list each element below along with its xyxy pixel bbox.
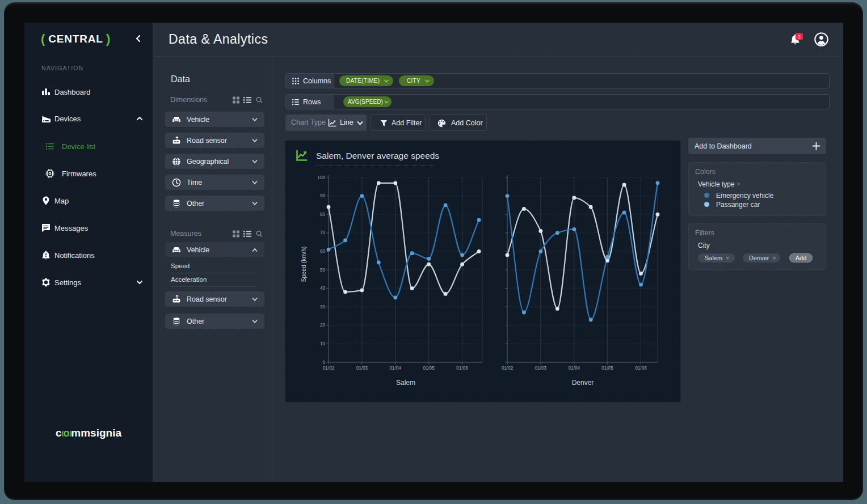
svg-text:01/04: 01/04 [569,366,580,371]
svg-text:80: 80 [320,212,326,217]
svg-text:10: 10 [320,341,326,346]
svg-text:01/06: 01/06 [456,366,468,371]
svg-text:01/02: 01/02 [323,366,335,371]
svg-text:20: 20 [320,323,326,328]
svg-text:01/06: 01/06 [635,366,647,371]
svg-text:30: 30 [320,304,326,310]
svg-text:01/03: 01/03 [356,366,368,371]
svg-text:50: 50 [320,268,326,273]
svg-text:01/05: 01/05 [601,366,613,371]
svg-text:100: 100 [317,175,325,180]
svg-text:Speed (km/h): Speed (km/h) [300,246,307,282]
svg-text:Salem: Salem [396,379,415,387]
svg-text:01/04: 01/04 [390,366,402,371]
svg-text:01/03: 01/03 [535,366,547,371]
svg-text:40: 40 [320,286,326,291]
svg-text:0: 0 [322,360,325,365]
svg-text:01/05: 01/05 [423,366,435,371]
svg-text:01/02: 01/02 [502,366,514,371]
svg-text:3: 3 [798,34,801,40]
svg-text:70: 70 [320,230,326,235]
svg-text:90: 90 [320,193,326,198]
svg-text:Denver: Denver [572,379,594,387]
svg-text:60: 60 [320,249,326,254]
